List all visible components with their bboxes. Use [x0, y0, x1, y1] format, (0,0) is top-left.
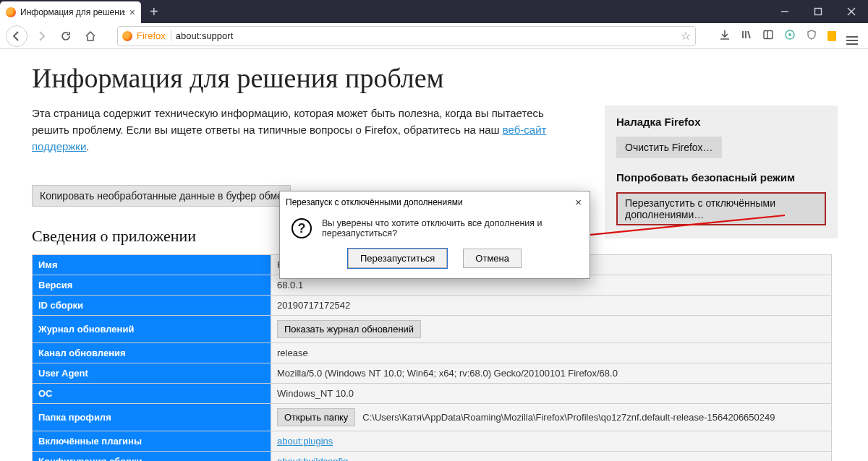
menu-button[interactable] — [846, 27, 858, 45]
buildconfig-link[interactable]: about:buildconfig — [277, 456, 348, 461]
reload-button[interactable] — [55, 25, 77, 47]
dialog-cancel-button[interactable]: Отмена — [463, 249, 522, 268]
table-row: ОСWindows_NT 10.0 — [33, 384, 832, 404]
nav-toolbar: Firefox about:support ☆ — [0, 23, 868, 49]
firefox-icon — [6, 7, 16, 17]
titlebar: Информация для решения пр × + — [0, 0, 868, 23]
restart-without-addons-button[interactable]: Перезапустить с отключёнными дополнениям… — [616, 192, 826, 225]
dialog-message: Вы уверены что хотите отключить все допо… — [322, 218, 578, 238]
table-row: Включённые плагины about:plugins — [33, 431, 832, 452]
table-row: Журнал обновлений Показать журнал обновл… — [33, 316, 832, 343]
copy-raw-button[interactable]: Копировать необработанные данные в буфер… — [32, 185, 291, 207]
back-button[interactable] — [6, 25, 27, 47]
window-controls — [768, 0, 868, 23]
home-button[interactable] — [80, 25, 101, 47]
downloads-icon[interactable] — [719, 29, 731, 43]
app-info-table: ИмяFirefox Версия68.0.1 ID сборки2019071… — [32, 254, 832, 461]
confirm-dialog: Перезапуск с отключёнными дополнениями ×… — [279, 191, 590, 279]
plugins-link[interactable]: about:plugins — [277, 436, 333, 447]
firefox-icon — [122, 31, 132, 41]
browser-tab[interactable]: Информация для решения пр × — [0, 1, 141, 23]
page-intro: Эта страница содержит техническую информ… — [32, 105, 553, 155]
address-brand: Firefox — [137, 30, 171, 41]
window-maximize[interactable] — [801, 0, 835, 23]
question-icon: ? — [292, 218, 312, 238]
dialog-titlebar: Перезапуск с отключёнными дополнениями × — [280, 191, 590, 212]
side-h2: Попробовать безопасный режим — [616, 171, 826, 184]
show-update-log-button[interactable]: Показать журнал обновлений — [277, 320, 421, 338]
close-tab-icon[interactable]: × — [129, 7, 135, 18]
sidebar-box: Наладка Firefox Очистить Firefox… Попроб… — [605, 105, 838, 238]
library-icon[interactable] — [741, 29, 752, 43]
page-title: Информация для решения проблем — [32, 62, 868, 94]
tab-title: Информация для решения пр — [20, 7, 125, 17]
profile-path: C:\Users\Катя\AppData\Roaming\Mozilla\Fi… — [362, 412, 775, 423]
table-row: Папка профиля Открыть папкуC:\Users\Катя… — [33, 404, 832, 431]
address-bar[interactable]: Firefox about:support ☆ — [117, 26, 696, 46]
table-row: User AgentMozilla/5.0 (Windows NT 10.0; … — [33, 363, 832, 384]
table-row: Конфигурация сборки about:buildconfig — [33, 452, 832, 461]
sidebar-icon[interactable] — [762, 29, 774, 43]
table-row: Канал обновленияrelease — [33, 343, 832, 363]
open-profile-folder-button[interactable]: Открыть папку — [277, 408, 355, 426]
dialog-ok-button[interactable]: Перезапуститься — [348, 249, 447, 268]
extension-icon[interactable] — [784, 29, 796, 43]
toolbar-right — [719, 27, 858, 45]
refresh-firefox-button[interactable]: Очистить Firefox… — [616, 137, 722, 158]
new-tab-button[interactable]: + — [150, 4, 158, 20]
bookmark-star-icon[interactable]: ☆ — [681, 29, 691, 43]
svg-rect-4 — [764, 30, 773, 38]
address-url: about:support — [176, 30, 676, 41]
pocket-icon[interactable] — [827, 31, 836, 41]
svg-rect-1 — [815, 9, 822, 15]
forward-button[interactable] — [30, 25, 52, 47]
window-close[interactable] — [835, 0, 868, 23]
window-minimize[interactable] — [768, 0, 801, 23]
dialog-title: Перезапуск с отключёнными дополнениями — [286, 197, 463, 207]
side-h1: Наладка Firefox — [616, 116, 826, 128]
table-row: ID сборки20190717172542 — [33, 296, 832, 316]
intro-suffix: . — [86, 140, 89, 152]
shield-icon[interactable] — [806, 29, 817, 43]
dialog-close-icon[interactable]: × — [573, 196, 584, 208]
svg-point-7 — [788, 33, 791, 36]
intro-text: Эта страница содержит техническую информ… — [32, 107, 544, 136]
